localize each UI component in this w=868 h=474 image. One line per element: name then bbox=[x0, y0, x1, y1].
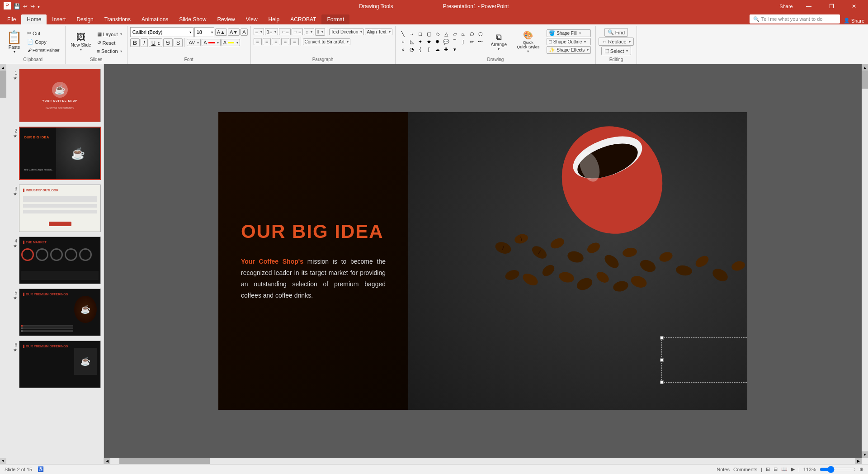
outline-view-button[interactable]: ⊟ bbox=[774, 466, 778, 472]
decrease-indent-button[interactable]: ←≡ bbox=[279, 28, 290, 35]
arrange-dropdown[interactable]: ▾ bbox=[498, 47, 500, 51]
shape-callout[interactable]: 💬 bbox=[442, 38, 450, 45]
shape-parallelogram[interactable]: ▱ bbox=[451, 30, 459, 38]
increase-indent-button[interactable]: →≡ bbox=[292, 28, 303, 35]
normal-view-button[interactable]: ⊞ bbox=[766, 466, 770, 472]
zoom-slider[interactable] bbox=[820, 466, 856, 473]
font-size-select[interactable]: ▾ bbox=[194, 27, 214, 37]
font-color-button[interactable]: A ▾ bbox=[202, 39, 220, 46]
align-right-button[interactable]: ≡ bbox=[272, 38, 280, 45]
reading-view-button[interactable]: 📖 bbox=[781, 466, 788, 472]
minimize-button[interactable]: — bbox=[798, 0, 819, 13]
line-spacing-button[interactable]: ↕▾ bbox=[304, 28, 314, 35]
slide-panel-scroll-down[interactable]: ▼ bbox=[0, 458, 6, 464]
shape-diamond[interactable]: ◇ bbox=[434, 30, 442, 38]
shape-trapezoid[interactable]: ⏢ bbox=[459, 30, 467, 38]
h-scroll-thumb[interactable] bbox=[119, 458, 210, 464]
align-left-button[interactable]: ≡ bbox=[254, 38, 262, 45]
slide-right-panel[interactable] bbox=[408, 112, 747, 410]
cut-button[interactable]: ✂ Cut bbox=[25, 29, 62, 37]
slide-thumb-3[interactable]: 3 ★ INDUSTRY OUTLOOK bbox=[8, 184, 102, 233]
shape-outline-button[interactable]: □ Shape Outline ▾ bbox=[547, 38, 591, 45]
convert-smartart-button[interactable]: Convert to SmartArt ▾ bbox=[303, 38, 350, 45]
window-controls[interactable]: Share — ❐ ✕ bbox=[776, 0, 864, 13]
tab-animations[interactable]: Animations bbox=[136, 14, 174, 24]
section-dropdown[interactable]: ▾ bbox=[120, 49, 122, 53]
quick-access-toolbar[interactable]: 🅿 💾 ↩ ↪ ▾ bbox=[4, 2, 40, 10]
customize-icon[interactable]: ▾ bbox=[38, 4, 40, 9]
shadow-button[interactable]: S bbox=[174, 38, 183, 47]
scroll-thumb[interactable] bbox=[862, 71, 868, 89]
shape-chevron[interactable]: » bbox=[399, 46, 407, 53]
shape-cloud[interactable]: ☁ bbox=[434, 46, 442, 53]
tab-file[interactable]: File bbox=[2, 14, 21, 24]
bold-button[interactable]: B bbox=[130, 38, 140, 47]
tab-home[interactable]: Home bbox=[21, 14, 47, 24]
font-size-dropdown[interactable]: ▾ bbox=[211, 30, 214, 34]
shape-cross[interactable]: ✚ bbox=[442, 46, 450, 53]
underline-button[interactable]: U▾ bbox=[149, 38, 162, 47]
decrease-font-button[interactable]: A▼ bbox=[228, 28, 240, 36]
slide-img-5[interactable]: OUR PREMIUM OFFERINGS ☕ bbox=[19, 289, 101, 336]
slide-panel-scroll-up[interactable]: ▲ bbox=[0, 64, 6, 71]
layout-dropdown[interactable]: ▾ bbox=[120, 32, 122, 36]
shape-brace[interactable]: { bbox=[416, 46, 425, 53]
slide-thumb-2[interactable]: 2 ★ OUR BIG IDEA ☕ Your Coffee Shop's mi… bbox=[8, 126, 102, 181]
shape-fill-button[interactable]: 🪣 Shape Fill ▾ bbox=[547, 29, 591, 37]
shape-line[interactable]: ╲ bbox=[399, 30, 407, 38]
arrange-button[interactable]: ⧉ Arrange ▾ bbox=[488, 28, 510, 55]
bullets-button[interactable]: ≡▾ bbox=[254, 28, 264, 35]
slide-img-4[interactable]: THE MARKET bbox=[19, 237, 101, 284]
clear-format-button[interactable]: Ā bbox=[241, 28, 247, 36]
columns-button[interactable]: ⫴▾ bbox=[315, 28, 325, 36]
shape-rect[interactable]: □ bbox=[416, 30, 425, 38]
scroll-down-button[interactable]: ▼ bbox=[862, 451, 868, 458]
shape-star8[interactable]: ✸ bbox=[434, 38, 442, 45]
shape-triangle[interactable]: △ bbox=[442, 30, 450, 38]
tab-view[interactable]: View bbox=[241, 14, 263, 24]
shape-scribble[interactable]: 〜 bbox=[476, 38, 485, 45]
share-button[interactable]: Share bbox=[776, 0, 797, 13]
tab-insert[interactable]: Insert bbox=[47, 14, 71, 24]
align-text-button[interactable]: Align Text ▾ bbox=[365, 28, 392, 35]
scroll-up-button[interactable]: ▲ bbox=[862, 64, 868, 71]
numbering-button[interactable]: 1≡▾ bbox=[265, 28, 278, 35]
highlight-button[interactable]: A ▾ bbox=[222, 39, 240, 46]
distributed-button[interactable]: ≡ bbox=[290, 38, 298, 45]
new-slide-button[interactable]: 🖼 New Slide ▾ bbox=[68, 28, 94, 55]
replace-button[interactable]: ↔ Replace ▾ bbox=[599, 38, 633, 46]
italic-button[interactable]: I bbox=[141, 38, 148, 47]
slide-thumb-6[interactable]: 6 ★ OUR PREMIUM OFFERINGS ☕ bbox=[8, 340, 102, 389]
font-name-select[interactable]: Calibri (Body) ▾ bbox=[130, 27, 193, 37]
undo-icon[interactable]: ↩ bbox=[23, 3, 28, 9]
redo-icon[interactable]: ↪ bbox=[30, 3, 35, 9]
reset-button[interactable]: ↺ Reset bbox=[95, 39, 124, 47]
char-spacing-button[interactable]: AV▾ bbox=[187, 39, 201, 46]
shape-shapes-dropdown[interactable]: ▾ bbox=[451, 46, 459, 53]
format-painter-button[interactable]: 🖌 Format Painter bbox=[25, 47, 62, 54]
shape-arrow[interactable]: → bbox=[408, 30, 416, 38]
zoom-fit-button[interactable]: ⊕ bbox=[859, 466, 863, 472]
shape-effects-button[interactable]: ✨ Shape Effects ▾ bbox=[547, 46, 591, 54]
shape-rounded-rect[interactable]: ▢ bbox=[425, 30, 433, 38]
share-ribbon-button[interactable]: 👤 Share bbox=[844, 18, 864, 24]
center-button[interactable]: ≡ bbox=[263, 38, 271, 45]
shape-star4[interactable]: ✦ bbox=[416, 38, 425, 45]
paste-dropdown[interactable]: ▾ bbox=[14, 50, 15, 54]
close-button[interactable]: ✕ bbox=[844, 0, 864, 13]
ribbon-tabs[interactable]: File Home Insert Design Transitions Anim… bbox=[0, 13, 868, 24]
slide-img-6[interactable]: OUR PREMIUM OFFERINGS ☕ bbox=[19, 341, 101, 388]
shape-arc[interactable]: ⌒ bbox=[451, 38, 459, 45]
save-icon[interactable]: 💾 bbox=[14, 3, 20, 9]
quick-styles-dropdown[interactable]: ▾ bbox=[527, 49, 529, 53]
canvas-horizontal-scrollbar[interactable]: ◀ ▶ bbox=[104, 458, 862, 464]
paste-button[interactable]: 📋 Paste ▾ bbox=[4, 28, 25, 56]
slide-img-2[interactable]: OUR BIG IDEA ☕ Your Coffee Shop's missio… bbox=[19, 127, 101, 180]
layout-button[interactable]: ▦ Layout ▾ bbox=[95, 30, 124, 38]
tab-slideshow[interactable]: Slide Show bbox=[174, 14, 212, 24]
shape-ellipse[interactable]: ○ bbox=[399, 38, 407, 45]
new-slide-dropdown[interactable]: ▾ bbox=[80, 47, 82, 52]
shape-curve[interactable]: ∫ bbox=[459, 38, 467, 45]
slide-img-1[interactable]: ☕ YOUR COFFEE SHOP INVESTOR OPPORTUNITY bbox=[19, 69, 101, 122]
scroll-right-button[interactable]: ▶ bbox=[855, 458, 862, 464]
